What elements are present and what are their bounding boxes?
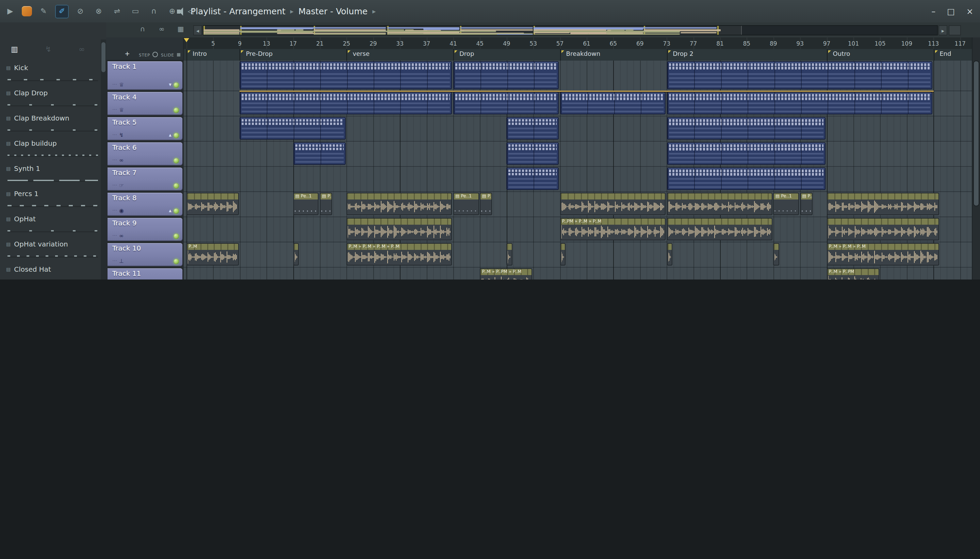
picker-item[interactable]: ▤Synth 1 bbox=[0, 163, 100, 188]
mute-led[interactable] bbox=[173, 82, 179, 88]
picker-item[interactable]: ▤Closed Hat bbox=[0, 263, 100, 280]
add-track-button[interactable]: + bbox=[121, 48, 134, 59]
picker-item-label: OpHat bbox=[14, 215, 36, 223]
track-name: Track 6 bbox=[107, 142, 182, 151]
sample-pattern-picker: ▥↯∞ ▤Kick▤Clap Drop▤Clap Breakdown▤Clap … bbox=[0, 23, 107, 280]
close-button[interactable]: × bbox=[967, 7, 973, 16]
maximize-button[interactable]: □ bbox=[947, 7, 955, 16]
bar-number: 85 bbox=[741, 40, 753, 47]
delete-icon[interactable]: ⊘ bbox=[74, 5, 87, 18]
arrangement-marker[interactable]: Pre-Drop bbox=[240, 49, 277, 61]
arrangement-marker[interactable]: Breakdown bbox=[560, 49, 604, 61]
scrollbar-thumb[interactable] bbox=[101, 42, 106, 72]
magnet-icon[interactable]: ∩ bbox=[147, 5, 161, 18]
slip-icon[interactable]: ⇌ bbox=[110, 5, 124, 18]
arrangement-marker[interactable]: verse bbox=[346, 49, 374, 61]
timeline-ruler[interactable]: 5913172125293337414549535761656973778185… bbox=[184, 38, 972, 50]
track-header[interactable]: Track 7⋯☞ bbox=[107, 167, 182, 191]
play-icon[interactable]: ▶ bbox=[3, 5, 17, 18]
patterns-icon[interactable]: ▥ bbox=[11, 45, 18, 54]
select-icon[interactable]: ▭ bbox=[129, 5, 142, 18]
chevron-up-icon[interactable]: ▲ bbox=[169, 134, 172, 137]
mute-led[interactable] bbox=[173, 208, 179, 213]
picker-item-row: ▤Closed Hat bbox=[6, 265, 100, 274]
track-header[interactable]: Track 6⋯∞ bbox=[107, 142, 182, 165]
arrangement-marker[interactable]: Drop bbox=[453, 49, 478, 61]
vertical-scrollbar[interactable] bbox=[972, 38, 980, 280]
pattern-icon: ▤ bbox=[6, 241, 10, 247]
scrollbar-thumb[interactable] bbox=[973, 61, 979, 206]
picker-item[interactable]: ▤Kick bbox=[0, 62, 100, 87]
playlist-grid[interactable]: ▤ Pe..1▤ P..1▤ Pe..1▤ P..1▤ Pe..1▤ P..1P… bbox=[184, 61, 972, 280]
step-label: STEP bbox=[139, 52, 150, 57]
picker-item-row: ▤Synth 1 bbox=[6, 164, 100, 173]
track-header[interactable]: Track 11⋯⊥ bbox=[107, 268, 182, 280]
mute-led[interactable] bbox=[173, 107, 179, 113]
playhead-marker[interactable] bbox=[184, 38, 189, 42]
bar-number: 49 bbox=[500, 40, 513, 47]
bar-number: 89 bbox=[767, 40, 780, 47]
minimize-button[interactable]: – bbox=[931, 7, 935, 16]
arrangement-marker[interactable]: Drop 2 bbox=[667, 49, 698, 61]
picker-item[interactable]: ▤Percs 1 bbox=[0, 188, 100, 213]
tool-icon-group: ▶✎✐⊘⊗⇌▭∩⊕◁ bbox=[3, 0, 197, 23]
track-header[interactable]: Track 8⋯◉▲ bbox=[107, 193, 182, 216]
magnet-icon[interactable]: ∩ bbox=[137, 25, 148, 33]
marker-label: Pre-Drop bbox=[246, 50, 272, 57]
mute-led[interactable] bbox=[173, 132, 179, 138]
picker-item[interactable]: ▤Clap buildup bbox=[0, 137, 100, 163]
bar-number: 65 bbox=[607, 40, 619, 47]
drag-dots: ⋯ bbox=[112, 233, 117, 238]
link-icon[interactable]: ∞ bbox=[79, 45, 85, 54]
track-header[interactable]: Track 1⋯♕▼ bbox=[107, 61, 182, 90]
bar-number: 13 bbox=[260, 40, 272, 47]
automation-icon[interactable]: ↯ bbox=[45, 45, 51, 54]
overview-clip-tick bbox=[497, 35, 533, 35]
arrangement-marker[interactable]: End bbox=[934, 49, 955, 61]
crown-icon: ♕ bbox=[119, 107, 124, 113]
track-header[interactable]: Track 10⋯⊥ bbox=[107, 243, 182, 266]
picker-item[interactable]: ▤Clap Drop bbox=[0, 87, 100, 112]
chevron-up-icon[interactable]: ▲ bbox=[169, 209, 172, 212]
pattern-icon: ▤ bbox=[6, 65, 10, 71]
picker-item-label: Clap Drop bbox=[14, 89, 48, 97]
mute-led[interactable] bbox=[173, 183, 179, 188]
picker-scrollbar[interactable] bbox=[101, 40, 106, 280]
step-toggle[interactable] bbox=[153, 52, 158, 57]
bar-number: 77 bbox=[687, 40, 700, 47]
automation-layer bbox=[184, 61, 972, 280]
track-name: Track 4 bbox=[107, 92, 182, 101]
picker-item[interactable]: ▤OpHat variation bbox=[0, 238, 100, 263]
overview-clip-tick bbox=[497, 34, 533, 35]
overview-corner-box[interactable] bbox=[949, 25, 961, 35]
fl-logo-icon[interactable] bbox=[22, 6, 32, 17]
picker-item[interactable]: ▤Clap Breakdown bbox=[0, 112, 100, 137]
mute-led[interactable] bbox=[173, 258, 179, 264]
picker-item[interactable]: ▤OpHat bbox=[0, 213, 100, 238]
arrangement-marker[interactable]: Outro bbox=[827, 49, 855, 61]
arrangement-overview-scrollbar[interactable] bbox=[203, 25, 938, 35]
scroll-right-button[interactable]: ▸ bbox=[939, 25, 947, 35]
track-header[interactable]: Track 4⋯♕ bbox=[107, 92, 182, 115]
overview-clip-tick bbox=[295, 29, 304, 30]
slide-toggle[interactable] bbox=[177, 53, 180, 56]
draw-icon[interactable]: ✎ bbox=[37, 5, 50, 18]
slide-label: SLIDE bbox=[161, 52, 174, 57]
chevron-down-icon[interactable]: ▼ bbox=[169, 83, 172, 86]
mute-led[interactable] bbox=[173, 233, 179, 239]
arrangement-marker[interactable]: Intro bbox=[186, 49, 211, 61]
track-header[interactable]: Track 9⋯∞ bbox=[107, 218, 182, 241]
grid-icon[interactable]: ▦ bbox=[176, 25, 186, 33]
link-icon[interactable]: ∞ bbox=[157, 25, 167, 33]
drag-dots: ⋯ bbox=[112, 158, 117, 163]
pattern-icon: ▤ bbox=[6, 166, 10, 171]
app-window: ▶✎✐⊘⊗⇌▭∩⊕◁ Playlist - Arrangement ▸ Mast… bbox=[0, 0, 980, 280]
mute-icon[interactable]: ⊗ bbox=[92, 5, 106, 18]
paint-icon[interactable]: ✐ bbox=[55, 5, 69, 18]
arrangement-marker-row[interactable]: IntroPre-DropverseDropBreakdownDrop 2Out… bbox=[184, 49, 972, 61]
scroll-left-button[interactable]: ◂ bbox=[193, 25, 202, 35]
automation-line[interactable] bbox=[240, 91, 934, 92]
mute-led[interactable] bbox=[173, 158, 179, 163]
track-header[interactable]: Track 5⋯↯▲ bbox=[107, 117, 182, 140]
step-slide-controls: STEP SLIDE bbox=[139, 52, 180, 57]
